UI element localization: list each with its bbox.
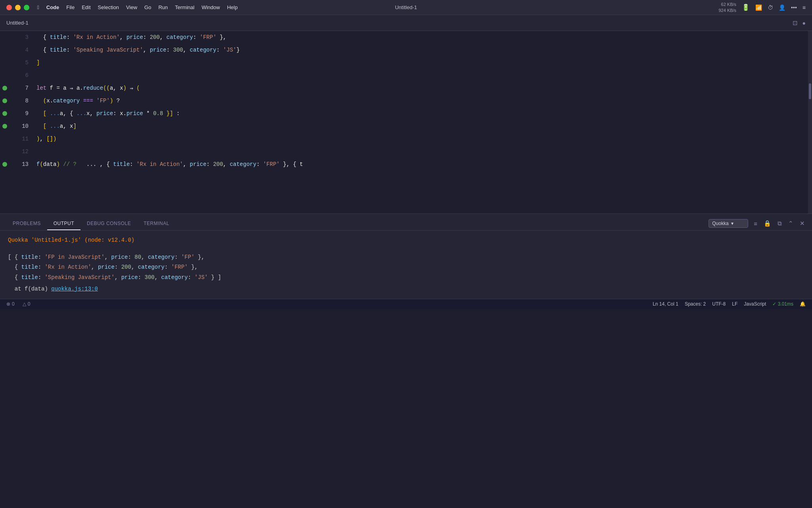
- tab-icons: ⊡ ●: [793, 19, 806, 27]
- error-icon: ⊗: [6, 301, 10, 307]
- active-tab-title[interactable]: Untitled-1: [6, 20, 29, 26]
- bp-12: [0, 145, 10, 158]
- breakpoint-area: [0, 31, 10, 214]
- expand-icon[interactable]: ⌃: [787, 219, 794, 228]
- menu-selection[interactable]: Selection: [98, 4, 119, 10]
- menu-edit[interactable]: Edit: [82, 4, 90, 10]
- cursor-position[interactable]: Ln 14, Col 1: [653, 301, 678, 307]
- menu-go[interactable]: Go: [144, 4, 151, 10]
- close-button[interactable]: [6, 5, 12, 10]
- indent-mode[interactable]: Spaces: 2: [685, 301, 706, 307]
- encoding[interactable]: UTF-8: [712, 301, 726, 307]
- bp-4: [0, 44, 10, 56]
- quokka-header: Quokka 'Untitled-1.js' (node: v12.4.0): [8, 237, 134, 243]
- ln-5: 5: [10, 56, 29, 69]
- bp-11: [0, 133, 10, 145]
- ln-6: 6: [10, 69, 29, 82]
- menu-terminal[interactable]: Terminal: [175, 4, 194, 10]
- timing-indicator: ✓ 3.01ms: [772, 301, 793, 307]
- menu-code[interactable]: Code: [46, 4, 59, 10]
- time-machine-icon: ⏱: [768, 4, 773, 11]
- menu-file[interactable]: File: [66, 4, 75, 10]
- tab-debug-console[interactable]: DEBUG CONSOLE: [80, 217, 137, 230]
- ln-4: 4: [10, 44, 29, 56]
- ln-8: 8: [10, 94, 29, 107]
- code-line-5: ]: [36, 56, 812, 69]
- error-count: ⊗ 0: [6, 301, 15, 307]
- output-blank: [8, 245, 804, 252]
- ln-7: 7: [10, 82, 29, 94]
- language-mode[interactable]: JavaScript: [744, 301, 766, 307]
- ln-13: 13: [10, 158, 29, 171]
- apple-menu[interactable]: : [37, 4, 39, 10]
- menu-view[interactable]: View: [126, 4, 137, 10]
- code-line-6: [36, 69, 812, 82]
- menu-run[interactable]: Run: [158, 4, 168, 10]
- bp-8: [0, 94, 10, 107]
- warn-count: △ 0: [23, 301, 31, 307]
- output-data-line-1: [ { title: 'FP in JavaScript', price: 80…: [8, 252, 804, 262]
- ln-9: 9: [10, 107, 29, 120]
- code-line-8: (x.category === 'FP') ?: [36, 94, 812, 107]
- list-icon[interactable]: ≡: [802, 4, 806, 11]
- tab-problems[interactable]: PROBLEMS: [6, 217, 47, 230]
- filter-icon[interactable]: ≡: [753, 219, 758, 228]
- output-data-line-3: { title: 'Speaking JavaScript', price: 3…: [8, 273, 804, 283]
- output-header: Quokka 'Untitled-1.js' (node: v12.4.0): [8, 235, 804, 245]
- menu-bar:  Code File Edit Selection View Go Run T…: [37, 4, 237, 10]
- circle-icon: ●: [802, 20, 806, 26]
- tab-output[interactable]: OUTPUT: [47, 217, 80, 230]
- menu-help[interactable]: Help: [227, 4, 238, 10]
- chevron-down-icon: ▾: [731, 221, 733, 226]
- code-line-12: [36, 145, 812, 158]
- tab-bar: Untitled-1 ⊡ ●: [0, 15, 812, 31]
- output-source-dropdown[interactable]: Quokka ▾: [709, 219, 748, 228]
- minimize-button[interactable]: [15, 5, 21, 10]
- split-editor-icon[interactable]: ⊡: [793, 19, 798, 27]
- bp-6: [0, 69, 10, 82]
- dropdown-label: Quokka: [712, 221, 728, 226]
- output-content: Quokka 'Untitled-1.js' (node: v12.4.0) […: [0, 231, 812, 299]
- code-line-9: [ ...a, { ...x, price: x.price * 0.8 }] …: [36, 107, 812, 120]
- window-title: Untitled-1: [395, 4, 417, 10]
- code-line-3: { title: 'Rx in Action', price: 200, cat…: [36, 31, 812, 44]
- output-data-line-2: { title: 'Rx in Action', price: 200, cat…: [8, 262, 804, 272]
- more-icon[interactable]: •••: [791, 4, 797, 11]
- eol-type[interactable]: LF: [732, 301, 737, 307]
- battery-icon: 🔋: [742, 4, 750, 11]
- tab-terminal[interactable]: TERMINAL: [137, 217, 176, 230]
- code-line-7: let f = a ⇒ a.reduce((a, x) ⇒ (: [36, 82, 812, 94]
- ln-11: 11: [10, 133, 29, 145]
- notification-icon[interactable]: 🔔: [800, 301, 806, 307]
- status-right: Ln 14, Col 1 Spaces: 2 UTF-8 LF JavaScri…: [653, 301, 806, 307]
- title-bar:  Code File Edit Selection View Go Run T…: [0, 0, 812, 15]
- wifi-icon: 📶: [755, 4, 762, 11]
- code-line-4: { title: 'Speaking JavaScript', price: 3…: [36, 44, 812, 56]
- ln-3: 3: [10, 31, 29, 44]
- ln-12: 12: [10, 145, 29, 158]
- ln-10: 10: [10, 120, 29, 133]
- bp-10: [0, 120, 10, 133]
- editor-scrollbar[interactable]: [808, 31, 812, 214]
- maximize-button[interactable]: [24, 5, 29, 10]
- user-icon: 👤: [779, 4, 785, 11]
- quokka-link[interactable]: quokka.js:13:0: [51, 286, 98, 292]
- code-line-10: [ ...a, x]: [36, 120, 812, 133]
- title-bar-left:  Code File Edit Selection View Go Run T…: [6, 4, 237, 10]
- output-at-line: at f(data) quokka.js:13:0: [8, 284, 804, 294]
- code-content[interactable]: { title: 'Rx in Action', price: 200, cat…: [33, 31, 812, 214]
- menu-window[interactable]: Window: [201, 4, 220, 10]
- copy-icon[interactable]: ⧉: [777, 219, 783, 228]
- close-panel-icon[interactable]: ✕: [799, 219, 806, 228]
- title-bar-right: 62 KB/s924 KB/s 🔋 📶 ⏱ 👤 ••• ≡: [718, 2, 806, 13]
- traffic-lights: [6, 5, 29, 10]
- bp-3: [0, 31, 10, 44]
- editor-area: 3 4 5 6 7 8 9 10 11 12 13 { title: 'Rx i…: [0, 31, 812, 214]
- scrollbar-thumb[interactable]: [809, 83, 811, 99]
- line-numbers: 3 4 5 6 7 8 9 10 11 12 13: [10, 31, 33, 214]
- lock-icon[interactable]: 🔒: [763, 219, 772, 228]
- warn-icon: △: [23, 301, 26, 307]
- network-speed: 62 KB/s924 KB/s: [718, 2, 736, 13]
- panel-right: Quokka ▾ ≡ 🔒 ⧉ ⌃ ✕: [709, 219, 806, 230]
- bp-13: [0, 158, 10, 171]
